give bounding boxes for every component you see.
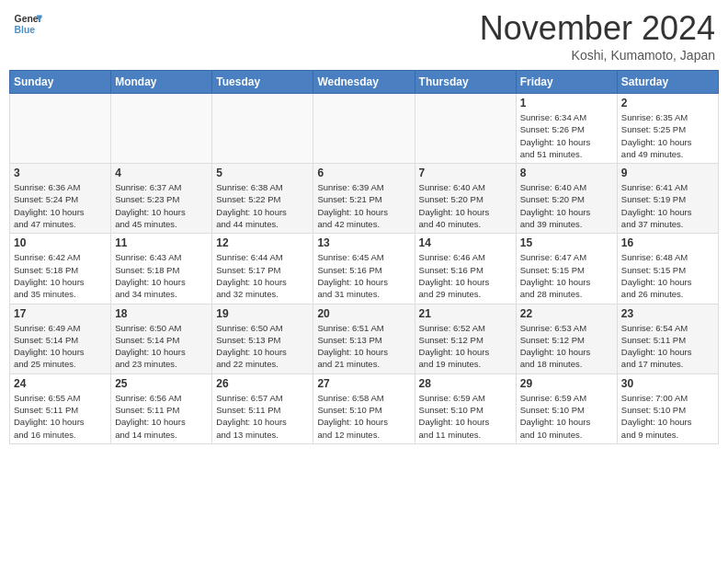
day-info: Sunrise: 6:55 AM Sunset: 5:11 PM Dayligh… <box>14 392 107 441</box>
day-info: Sunrise: 6:49 AM Sunset: 5:14 PM Dayligh… <box>14 322 107 371</box>
day-number: 4 <box>115 167 208 179</box>
page-header: General Blue November 2024 Koshi, Kumamo… <box>9 9 719 63</box>
calendar-cell <box>111 94 212 164</box>
svg-text:Blue: Blue <box>15 25 36 35</box>
calendar-cell: 4Sunrise: 6:37 AM Sunset: 5:23 PM Daylig… <box>111 164 212 234</box>
day-info: Sunrise: 6:57 AM Sunset: 5:11 PM Dayligh… <box>216 392 309 441</box>
day-number: 13 <box>317 236 410 249</box>
weekday-header-saturday: Saturday <box>617 71 718 94</box>
day-info: Sunrise: 7:00 AM Sunset: 5:10 PM Dayligh… <box>621 392 714 441</box>
day-info: Sunrise: 6:43 AM Sunset: 5:18 PM Dayligh… <box>115 251 208 300</box>
calendar-cell: 25Sunrise: 6:56 AM Sunset: 5:11 PM Dayli… <box>111 373 212 443</box>
calendar-cell: 16Sunrise: 6:48 AM Sunset: 5:15 PM Dayli… <box>617 234 718 304</box>
day-info: Sunrise: 6:44 AM Sunset: 5:17 PM Dayligh… <box>216 251 309 300</box>
day-number: 30 <box>621 377 714 390</box>
calendar-cell: 12Sunrise: 6:44 AM Sunset: 5:17 PM Dayli… <box>212 234 313 304</box>
calendar-cell: 17Sunrise: 6:49 AM Sunset: 5:14 PM Dayli… <box>10 304 111 373</box>
day-number: 14 <box>419 236 512 249</box>
day-number: 25 <box>115 377 208 390</box>
day-number: 17 <box>14 307 107 320</box>
day-info: Sunrise: 6:36 AM Sunset: 5:24 PM Dayligh… <box>14 181 107 230</box>
day-info: Sunrise: 6:51 AM Sunset: 5:13 PM Dayligh… <box>317 322 410 371</box>
day-info: Sunrise: 6:59 AM Sunset: 5:10 PM Dayligh… <box>419 392 512 441</box>
title-block: November 2024 Koshi, Kumamoto, Japan <box>480 9 715 63</box>
location-subtitle: Koshi, Kumamoto, Japan <box>480 48 715 63</box>
calendar-cell <box>10 94 111 164</box>
calendar-cell: 21Sunrise: 6:52 AM Sunset: 5:12 PM Dayli… <box>415 304 516 373</box>
day-info: Sunrise: 6:38 AM Sunset: 5:22 PM Dayligh… <box>216 181 309 230</box>
day-info: Sunrise: 6:52 AM Sunset: 5:12 PM Dayligh… <box>419 322 512 371</box>
calendar-cell: 27Sunrise: 6:58 AM Sunset: 5:10 PM Dayli… <box>313 373 415 443</box>
day-info: Sunrise: 6:42 AM Sunset: 5:18 PM Dayligh… <box>14 251 107 300</box>
weekday-header-tuesday: Tuesday <box>212 71 313 94</box>
day-number: 24 <box>14 377 107 390</box>
calendar-cell: 10Sunrise: 6:42 AM Sunset: 5:18 PM Dayli… <box>10 234 111 304</box>
calendar-cell: 14Sunrise: 6:46 AM Sunset: 5:16 PM Dayli… <box>415 234 516 304</box>
day-info: Sunrise: 6:35 AM Sunset: 5:25 PM Dayligh… <box>621 111 714 160</box>
day-number: 29 <box>520 377 613 390</box>
calendar-cell: 26Sunrise: 6:57 AM Sunset: 5:11 PM Dayli… <box>212 373 313 443</box>
weekday-header-thursday: Thursday <box>415 71 516 94</box>
calendar-cell: 7Sunrise: 6:40 AM Sunset: 5:20 PM Daylig… <box>415 164 516 234</box>
calendar-cell: 15Sunrise: 6:47 AM Sunset: 5:15 PM Dayli… <box>516 234 617 304</box>
calendar-cell <box>212 94 313 164</box>
day-info: Sunrise: 6:56 AM Sunset: 5:11 PM Dayligh… <box>115 392 208 441</box>
day-number: 26 <box>216 377 309 390</box>
week-row-2: 3Sunrise: 6:36 AM Sunset: 5:24 PM Daylig… <box>10 164 719 234</box>
day-number: 15 <box>520 236 613 249</box>
day-number: 9 <box>621 167 714 179</box>
day-number: 10 <box>14 236 107 249</box>
day-number: 12 <box>216 236 309 249</box>
day-number: 16 <box>621 236 714 249</box>
day-info: Sunrise: 6:46 AM Sunset: 5:16 PM Dayligh… <box>419 251 512 300</box>
calendar-cell: 6Sunrise: 6:39 AM Sunset: 5:21 PM Daylig… <box>313 164 415 234</box>
day-number: 22 <box>520 307 613 320</box>
day-info: Sunrise: 6:40 AM Sunset: 5:20 PM Dayligh… <box>419 181 512 230</box>
day-number: 8 <box>520 167 613 179</box>
calendar-cell: 2Sunrise: 6:35 AM Sunset: 5:25 PM Daylig… <box>617 94 718 164</box>
day-number: 5 <box>216 167 309 179</box>
calendar-cell: 9Sunrise: 6:41 AM Sunset: 5:19 PM Daylig… <box>617 164 718 234</box>
day-info: Sunrise: 6:34 AM Sunset: 5:26 PM Dayligh… <box>520 111 613 160</box>
day-number: 18 <box>115 307 208 320</box>
day-number: 7 <box>419 167 512 179</box>
calendar-cell: 19Sunrise: 6:50 AM Sunset: 5:13 PM Dayli… <box>212 304 313 373</box>
day-info: Sunrise: 6:41 AM Sunset: 5:19 PM Dayligh… <box>621 181 714 230</box>
day-number: 21 <box>419 307 512 320</box>
day-info: Sunrise: 6:40 AM Sunset: 5:20 PM Dayligh… <box>520 181 613 230</box>
calendar-cell: 30Sunrise: 7:00 AM Sunset: 5:10 PM Dayli… <box>617 373 718 443</box>
day-info: Sunrise: 6:50 AM Sunset: 5:14 PM Dayligh… <box>115 322 208 371</box>
calendar-cell: 11Sunrise: 6:43 AM Sunset: 5:18 PM Dayli… <box>111 234 212 304</box>
week-row-5: 24Sunrise: 6:55 AM Sunset: 5:11 PM Dayli… <box>10 373 719 443</box>
day-info: Sunrise: 6:50 AM Sunset: 5:13 PM Dayligh… <box>216 322 309 371</box>
day-number: 1 <box>520 97 613 109</box>
day-info: Sunrise: 6:45 AM Sunset: 5:16 PM Dayligh… <box>317 251 410 300</box>
day-info: Sunrise: 6:48 AM Sunset: 5:15 PM Dayligh… <box>621 251 714 300</box>
day-number: 11 <box>115 236 208 249</box>
day-info: Sunrise: 6:54 AM Sunset: 5:11 PM Dayligh… <box>621 322 714 371</box>
calendar-cell: 1Sunrise: 6:34 AM Sunset: 5:26 PM Daylig… <box>516 94 617 164</box>
month-title: November 2024 <box>480 9 715 48</box>
day-number: 28 <box>419 377 512 390</box>
day-info: Sunrise: 6:37 AM Sunset: 5:23 PM Dayligh… <box>115 181 208 230</box>
weekday-header-friday: Friday <box>516 71 617 94</box>
day-number: 3 <box>14 167 107 179</box>
week-row-1: 1Sunrise: 6:34 AM Sunset: 5:26 PM Daylig… <box>10 94 719 164</box>
day-info: Sunrise: 6:39 AM Sunset: 5:21 PM Dayligh… <box>317 181 410 230</box>
calendar-cell <box>415 94 516 164</box>
calendar-cell: 13Sunrise: 6:45 AM Sunset: 5:16 PM Dayli… <box>313 234 415 304</box>
calendar-cell: 28Sunrise: 6:59 AM Sunset: 5:10 PM Dayli… <box>415 373 516 443</box>
calendar-cell: 23Sunrise: 6:54 AM Sunset: 5:11 PM Dayli… <box>617 304 718 373</box>
weekday-header-row: SundayMondayTuesdayWednesdayThursdayFrid… <box>10 71 719 94</box>
day-info: Sunrise: 6:53 AM Sunset: 5:12 PM Dayligh… <box>520 322 613 371</box>
week-row-3: 10Sunrise: 6:42 AM Sunset: 5:18 PM Dayli… <box>10 234 719 304</box>
logo: General Blue <box>13 9 42 39</box>
calendar-cell: 5Sunrise: 6:38 AM Sunset: 5:22 PM Daylig… <box>212 164 313 234</box>
day-info: Sunrise: 6:47 AM Sunset: 5:15 PM Dayligh… <box>520 251 613 300</box>
day-number: 6 <box>317 167 410 179</box>
day-number: 27 <box>317 377 410 390</box>
weekday-header-wednesday: Wednesday <box>313 71 415 94</box>
day-number: 23 <box>621 307 714 320</box>
day-number: 2 <box>621 97 714 109</box>
day-number: 19 <box>216 307 309 320</box>
